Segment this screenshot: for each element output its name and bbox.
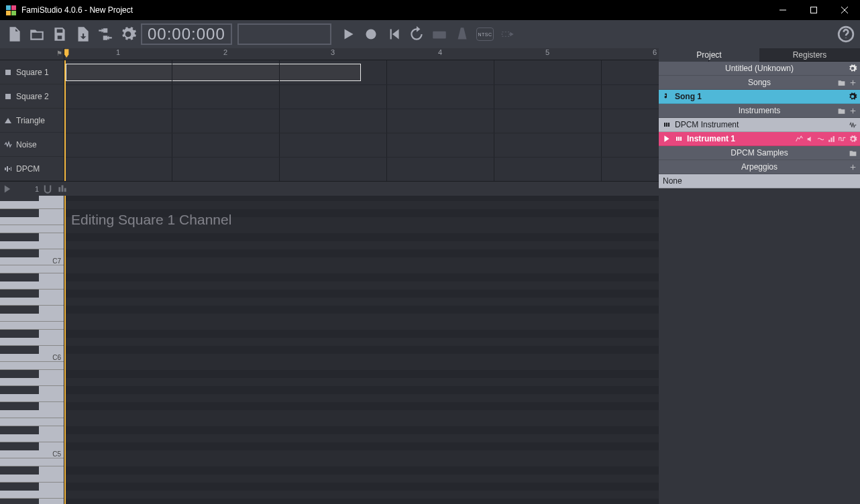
editing-channel-label: Editing Square 1 Channel [71, 212, 231, 228]
arpeggios-header: Arpeggios [659, 160, 860, 174]
instrument-row-selected[interactable]: Instrument 1 [659, 132, 860, 146]
track-name: Square 2 [16, 92, 49, 101]
project-panel: Project Registers Untitled (Unknown) Son… [659, 48, 860, 504]
pianoroll-playhead [64, 196, 66, 504]
transform-button[interactable] [95, 24, 115, 44]
add-icon[interactable] [849, 107, 857, 115]
timecode-display[interactable]: 00:00:000 [141, 23, 232, 45]
loop-button[interactable] [407, 24, 427, 44]
songs-header: Songs [659, 76, 860, 90]
rewind-button[interactable] [384, 24, 404, 44]
effects-icon[interactable] [58, 184, 67, 194]
gear-icon[interactable] [848, 64, 857, 73]
close-button[interactable] [829, 0, 860, 20]
pianoroll-grid[interactable]: Editing Square 1 Channel 1.11.21.31.42.1… [64, 196, 659, 504]
playhead-marker-icon[interactable] [64, 48, 70, 60]
snap-icon[interactable] [43, 184, 52, 194]
play-button[interactable] [338, 24, 358, 44]
octave-label: C5 [52, 450, 61, 458]
import-icon[interactable] [837, 78, 846, 87]
metronome-button[interactable] [452, 24, 472, 44]
svg-rect-24 [830, 137, 832, 142]
dpcm-samples-header: DPCM Samples [659, 146, 860, 160]
svg-rect-20 [676, 137, 678, 141]
song-row[interactable]: Song 1 [659, 90, 860, 104]
import-icon[interactable] [849, 149, 857, 158]
svg-rect-22 [680, 137, 682, 141]
tab-project[interactable]: Project [659, 48, 759, 62]
add-icon[interactable] [849, 78, 857, 87]
svg-rect-13 [11, 167, 11, 171]
track-label-row[interactable]: Square 2 [0, 84, 64, 109]
play-icon[interactable] [663, 135, 671, 143]
track-name: Triangle [16, 116, 45, 125]
square-icon [4, 68, 12, 76]
arpeggio-none-row[interactable]: None [659, 174, 860, 188]
gear-icon[interactable] [848, 92, 857, 101]
track-label-row[interactable]: DPCM [0, 157, 64, 181]
loop-flag-icon[interactable]: ⚑ [56, 50, 62, 57]
follow-button[interactable] [498, 24, 518, 44]
new-file-button[interactable] [4, 24, 24, 44]
qwerty-button[interactable] [429, 24, 449, 44]
track-label-row[interactable]: Noise [0, 133, 64, 157]
save-file-button[interactable] [50, 24, 70, 44]
minimize-button[interactable] [767, 0, 798, 20]
instruments-header: Instruments [659, 104, 860, 118]
svg-rect-11 [7, 166, 8, 172]
arpeggio-icon[interactable] [827, 135, 836, 143]
play-from-icon[interactable] [3, 184, 12, 194]
svg-rect-21 [678, 137, 680, 141]
music-note-icon [663, 92, 671, 101]
svg-rect-12 [9, 168, 10, 170]
volume-icon[interactable] [806, 135, 814, 143]
snap-value[interactable]: 1 [35, 185, 39, 193]
track-label-row[interactable]: Square 1 [0, 60, 64, 84]
ruler-tick: 6 [653, 48, 657, 56]
waveform-icon[interactable] [849, 121, 857, 129]
svg-rect-8 [5, 70, 11, 75]
window-title: FamiStudio 4.0.6 - New Project [21, 5, 767, 15]
pattern-selection[interactable] [66, 64, 361, 81]
oscilloscope-display[interactable] [237, 23, 331, 45]
svg-rect-19 [668, 123, 669, 127]
maximize-button[interactable] [798, 0, 829, 20]
instrument-icon [675, 135, 683, 143]
dpcm-icon [4, 165, 12, 173]
dpcm-instrument-row[interactable]: DPCM Instrument [659, 118, 860, 132]
machine-button[interactable]: NTSC [475, 24, 495, 44]
ruler-tick: 4 [438, 48, 442, 56]
svg-rect-14 [59, 187, 61, 192]
add-icon[interactable] [849, 163, 857, 172]
track-label-row[interactable]: Triangle [0, 109, 64, 133]
project-name-row[interactable]: Untitled (Unknown) [659, 62, 860, 76]
pitch-icon[interactable] [816, 135, 825, 143]
track-name: DPCM [16, 164, 40, 174]
octave-label: C6 [52, 354, 61, 361]
svg-point-4 [366, 29, 376, 39]
sequencer-playhead [64, 60, 66, 181]
svg-rect-16 [64, 188, 66, 192]
sequencer-ruler[interactable]: ⚑ 123456 [0, 48, 659, 60]
square-icon [4, 92, 12, 101]
svg-rect-5 [433, 32, 446, 39]
svg-rect-18 [666, 123, 667, 127]
piano-keys[interactable]: C7C6C5C4C3C2 [0, 196, 64, 504]
import-icon[interactable] [837, 107, 846, 115]
help-button[interactable] [836, 24, 856, 44]
export-button[interactable] [72, 24, 93, 44]
tab-registers[interactable]: Registers [759, 48, 860, 62]
gear-icon[interactable] [849, 135, 857, 143]
duty-icon[interactable] [838, 135, 847, 143]
envelope-icon[interactable] [795, 135, 804, 143]
app-icon [5, 5, 16, 15]
ruler-tick: 2 [223, 48, 227, 56]
settings-button[interactable] [118, 24, 138, 44]
pianoroll-toolbar: 1 [0, 181, 659, 196]
open-file-button[interactable] [27, 24, 47, 44]
svg-rect-15 [62, 185, 64, 192]
record-button[interactable] [361, 24, 381, 44]
svg-rect-9 [5, 94, 11, 99]
sequencer-grid[interactable] [64, 60, 659, 181]
noise-icon [4, 141, 12, 149]
